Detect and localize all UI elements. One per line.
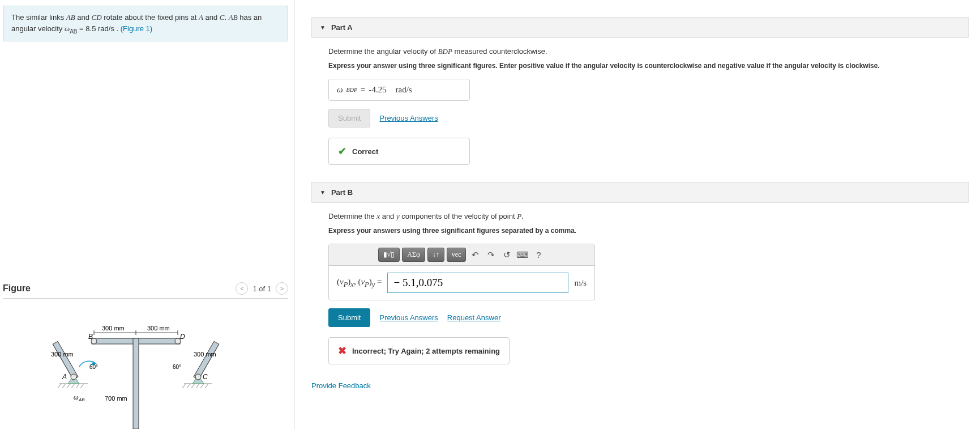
svg-text:D: D: [180, 333, 185, 341]
tool-vec-button[interactable]: vec: [447, 248, 467, 262]
provide-feedback-link[interactable]: Provide Feedback: [311, 381, 969, 390]
caret-down-icon: ▼: [320, 24, 326, 31]
figure-prev-button[interactable]: <: [236, 282, 248, 295]
part-b-instruction: Express your answers using three signifi…: [328, 227, 969, 235]
svg-text:B: B: [88, 333, 93, 341]
svg-text:300 mm: 300 mm: [194, 351, 216, 358]
figure-diagram: A B C D 300 mm 300 mm 300 mm 300 mm 700 …: [45, 310, 238, 429]
svg-text:300 mm: 300 mm: [147, 325, 170, 332]
svg-text:AB: AB: [78, 397, 85, 402]
svg-line-2: [62, 384, 66, 388]
tool-template-button[interactable]: ▮√▯: [378, 248, 400, 262]
svg-text:60°: 60°: [89, 364, 98, 370]
help-icon[interactable]: ?: [532, 248, 545, 262]
caret-down-icon: ▼: [320, 189, 326, 196]
cross-icon: ✖: [338, 345, 346, 357]
svg-rect-19: [133, 338, 139, 429]
svg-line-5: [76, 384, 79, 388]
part-a-submit-button: Submit: [328, 109, 370, 128]
figure-counter: 1 of 1: [253, 284, 271, 293]
undo-icon[interactable]: ↶: [468, 248, 482, 262]
part-a-prompt: Determine the angular velocity of BDP me…: [328, 47, 969, 56]
part-a-feedback: ✔ Correct: [328, 138, 470, 165]
svg-line-13: [205, 384, 208, 388]
part-a-previous-answers-link[interactable]: Previous Answers: [379, 114, 438, 122]
reset-icon[interactable]: ↺: [500, 248, 513, 262]
figure-next-button[interactable]: >: [276, 282, 288, 295]
svg-line-10: [191, 384, 195, 388]
part-b-unit: m/s: [574, 278, 587, 288]
svg-line-3: [67, 384, 70, 388]
svg-point-20: [71, 374, 76, 380]
part-a-title: Part A: [331, 23, 353, 32]
svg-line-1: [58, 384, 61, 388]
part-b-request-answer-link[interactable]: Request Answer: [447, 313, 501, 322]
svg-text:60°: 60°: [173, 364, 181, 370]
part-b-feedback: ✖ Incorrect; Try Again; 2 attempts remai…: [328, 337, 510, 364]
figure-link[interactable]: (Figure 1): [121, 24, 152, 33]
keyboard-icon[interactable]: ⌨: [516, 248, 529, 262]
svg-text:A: A: [62, 373, 67, 381]
part-b-title: Part B: [331, 188, 353, 197]
part-b-submit-button[interactable]: Submit: [328, 308, 370, 327]
part-a-answer-display: ωBDP = -4.25 rad/s: [328, 79, 470, 101]
svg-line-4: [71, 384, 75, 388]
svg-line-12: [200, 384, 204, 388]
svg-line-8: [182, 384, 186, 388]
part-b-prompt: Determine the x and y components of the …: [328, 212, 969, 221]
svg-point-21: [195, 374, 201, 380]
svg-line-6: [80, 384, 84, 388]
part-b-header[interactable]: ▼ Part B: [311, 182, 969, 203]
problem-statement: The similar links AB and CD rotate about…: [3, 6, 288, 41]
part-a-header[interactable]: ▼ Part A: [311, 17, 969, 38]
svg-line-9: [187, 384, 190, 388]
redo-icon[interactable]: ↷: [484, 248, 498, 262]
part-b-input-label: (vP)x, (vP)y =: [337, 277, 382, 289]
svg-text:ω: ω: [74, 394, 79, 401]
check-icon: ✔: [338, 145, 346, 158]
part-a-instruction: Express your answer using three signific…: [328, 62, 969, 70]
part-b-input-panel: ▮√▯ ΑΣφ ↓↑ vec ↶ ↷ ↺ ⌨ ? (vP)x, (vP)y = …: [328, 244, 595, 300]
svg-line-11: [196, 384, 199, 388]
svg-text:300 mm: 300 mm: [102, 325, 125, 332]
part-b-previous-answers-link[interactable]: Previous Answers: [379, 313, 438, 322]
svg-text:C: C: [203, 373, 208, 381]
tool-greek-button[interactable]: ΑΣφ: [402, 248, 425, 262]
tool-subsup-button[interactable]: ↓↑: [427, 248, 444, 262]
svg-text:300 mm: 300 mm: [51, 351, 74, 358]
part-b-answer-input[interactable]: [387, 273, 568, 293]
figure-title: Figure: [3, 283, 31, 294]
svg-text:700 mm: 700 mm: [105, 395, 127, 402]
